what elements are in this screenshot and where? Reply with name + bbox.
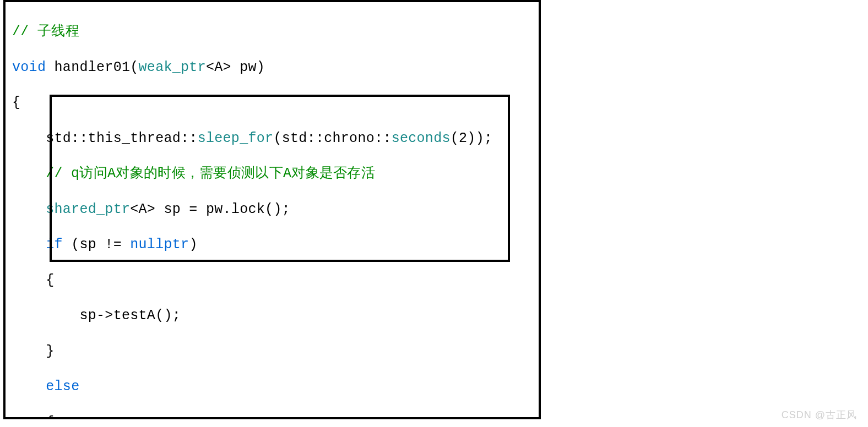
code-line: // 子线程 — [6, 23, 539, 41]
code-line: if (sp != nullptr) — [6, 236, 539, 254]
code-line: void handler01(weak_ptr<A> pw) — [6, 59, 539, 76]
code-line: shared_ptr<A> sp = pw.lock(); — [6, 201, 539, 218]
text: sp->testA(); — [12, 308, 181, 324]
keyword-else: else — [46, 379, 79, 395]
indent — [12, 201, 46, 217]
code-editor-panel: // 子线程 void handler01(weak_ptr<A> pw) { … — [3, 0, 541, 419]
keyword-if: if — [46, 237, 63, 253]
csdn-watermark: CSDN @古正风 — [782, 408, 857, 421]
keyword-nullptr: nullptr — [130, 237, 189, 253]
text: (std::chrono:: — [273, 130, 391, 146]
brace: { — [12, 272, 55, 288]
text: (2)); — [451, 130, 493, 146]
brace: } — [12, 343, 55, 359]
code-line: { — [6, 272, 539, 289]
code-line: } — [6, 343, 539, 360]
text: handler01( — [46, 59, 138, 75]
func-seconds: seconds — [392, 130, 451, 146]
code-line: std::this_thread::sleep_for(std::chrono:… — [6, 130, 539, 147]
code-line: else — [6, 378, 539, 396]
text: <A> sp = pw.lock(); — [130, 201, 290, 217]
code-line: { — [6, 414, 539, 419]
text: std::this_thread:: — [12, 130, 198, 146]
code-block: // 子线程 void handler01(weak_ptr<A> pw) { … — [6, 2, 539, 419]
brace: { — [12, 414, 55, 419]
viewport: // 子线程 void handler01(weak_ptr<A> pw) { … — [0, 0, 868, 427]
code-line: { — [6, 94, 539, 112]
code-line: sp->testA(); — [6, 307, 539, 325]
type-shared-ptr: shared_ptr — [46, 201, 130, 217]
text: <A> pw) — [206, 59, 265, 75]
type-weak-ptr: weak_ptr — [139, 59, 206, 75]
code-line: // q访问A对象的时候，需要侦测以下A对象是否存活 — [6, 165, 539, 183]
text: ) — [189, 237, 197, 253]
comment: // q访问A对象的时候，需要侦测以下A对象是否存活 — [12, 166, 375, 182]
indent — [12, 379, 46, 395]
indent — [12, 237, 46, 253]
text: (sp != — [63, 237, 130, 253]
comment: // 子线程 — [12, 24, 79, 40]
brace: { — [12, 95, 20, 111]
func-sleep-for: sleep_for — [198, 130, 274, 146]
keyword-void: void — [12, 59, 46, 75]
